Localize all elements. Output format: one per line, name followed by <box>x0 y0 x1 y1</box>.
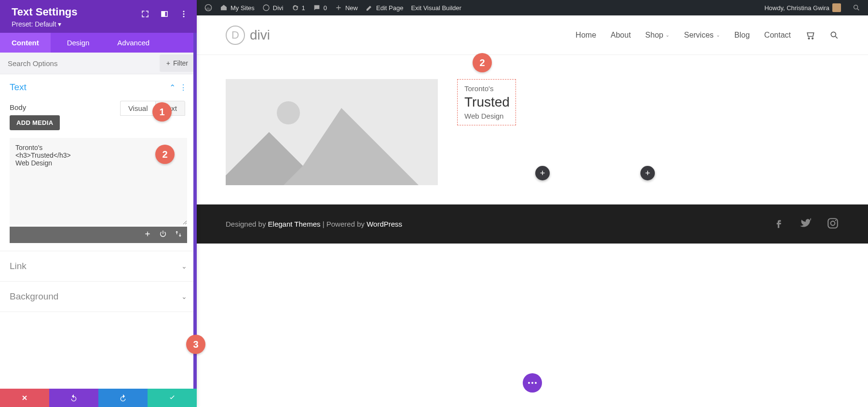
chevron-down-icon: ⌄ <box>716 32 720 38</box>
chevron-up-icon: ⌃ <box>169 83 176 92</box>
footer-credits: Designed by Elegant Themes | Powered by … <box>226 220 402 228</box>
avatar <box>832 3 841 12</box>
svg-point-6 <box>808 38 810 39</box>
annotation-badge-2-preview: 2 <box>473 53 492 72</box>
expand-icon[interactable] <box>141 10 149 18</box>
new-content[interactable]: New <box>331 4 362 12</box>
add-module-button[interactable]: + <box>535 166 550 180</box>
text-line-3: Web Design <box>464 112 509 120</box>
search-input[interactable] <box>0 54 158 73</box>
svg-point-8 <box>831 32 836 37</box>
save-button[interactable] <box>148 389 197 407</box>
add-media-button[interactable]: ADD MEDIA <box>10 115 60 130</box>
nav-blog[interactable]: Blog <box>734 31 750 40</box>
search-row: + Filter <box>0 53 197 74</box>
page-content: 2 Toronto's Trusted Web Design + + <box>197 55 868 204</box>
power-icon[interactable] <box>159 230 167 240</box>
preset-dropdown[interactable]: Preset: Default ▾ <box>12 20 185 28</box>
chevron-down-icon: ⌄ <box>181 293 187 300</box>
dots-icon <box>528 382 537 384</box>
svg-point-2 <box>183 16 185 17</box>
kebab-icon[interactable]: ⋮ <box>179 83 187 92</box>
primary-nav: Home About Shop⌄ Services⌄ Blog Contact <box>576 30 839 40</box>
edit-page[interactable]: Edit Page <box>362 4 407 12</box>
site-header: D divi Home About Shop⌄ Services⌄ Blog C… <box>197 15 868 55</box>
logo-icon: D <box>226 26 245 45</box>
section-link-header[interactable]: Link ⌄ <box>0 251 197 281</box>
builder-fab[interactable] <box>523 373 542 393</box>
svg-point-4 <box>263 5 269 11</box>
dock-icon[interactable] <box>160 10 169 18</box>
nav-services[interactable]: Services⌄ <box>684 31 719 40</box>
tab-advanced[interactable]: Advanced <box>106 33 161 53</box>
nav-shop[interactable]: Shop⌄ <box>645 31 669 40</box>
image-placeholder[interactable] <box>226 79 438 185</box>
svg-point-10 <box>277 101 300 124</box>
comments[interactable]: 0 <box>309 4 331 12</box>
my-sites[interactable]: My Sites <box>216 4 258 12</box>
kebab-icon[interactable] <box>179 10 188 18</box>
plus-icon: + <box>166 59 170 67</box>
nav-home[interactable]: Home <box>576 31 597 40</box>
redo-button[interactable] <box>98 389 148 407</box>
svg-point-5 <box>854 5 858 9</box>
site-footer: Designed by Elegant Themes | Powered by … <box>197 204 868 244</box>
cart-icon[interactable] <box>805 30 815 40</box>
svg-point-12 <box>831 221 835 226</box>
instagram-icon[interactable] <box>827 217 839 231</box>
adminbar-search-icon[interactable] <box>849 4 864 12</box>
plus-icon[interactable] <box>144 230 151 240</box>
svg-point-13 <box>835 220 837 221</box>
annotation-badge-3: 3 <box>186 335 205 354</box>
annotation-badge-2: 2 <box>155 145 175 164</box>
section-link: Link ⌄ <box>0 251 197 282</box>
nav-contact[interactable]: Contact <box>764 31 791 40</box>
nav-about[interactable]: About <box>610 31 631 40</box>
svg-point-3 <box>205 4 211 11</box>
annotation-badge-1: 1 <box>152 102 172 122</box>
chevron-down-icon: ⌄ <box>181 262 187 270</box>
twitter-icon[interactable] <box>800 217 812 231</box>
settings-panel: Text Settings Preset: Default ▾ Content … <box>0 0 197 407</box>
panel-tabs: Content Design Advanced <box>0 33 197 53</box>
site-logo[interactable]: D divi <box>226 26 270 45</box>
wp-adminbar: My Sites Divi 1 0 New Edit Page Exit Vis… <box>197 0 868 15</box>
svg-point-7 <box>812 38 814 39</box>
section-text-header[interactable]: Text ⌃ ⋮ <box>0 74 197 100</box>
elegant-themes-link[interactable]: Elegant Themes <box>268 220 321 228</box>
howdy-user[interactable]: Howdy, Christina Gwira <box>760 3 845 12</box>
exit-visual-builder[interactable]: Exit Visual Builder <box>407 4 465 12</box>
discard-button[interactable] <box>0 389 49 407</box>
tab-content[interactable]: Content <box>0 33 51 53</box>
wp-logo[interactable] <box>201 4 216 12</box>
search-icon[interactable] <box>829 30 839 40</box>
swap-icon[interactable] <box>175 230 182 240</box>
social-links <box>773 217 839 231</box>
section-background-header[interactable]: Background ⌄ <box>0 282 197 312</box>
svg-point-0 <box>183 11 185 12</box>
panel-footer <box>0 389 197 407</box>
text-line-2: Trusted <box>464 95 509 110</box>
add-module-button[interactable]: + <box>640 166 655 180</box>
text-module[interactable]: Toronto's Trusted Web Design <box>457 79 516 125</box>
site-name[interactable]: Divi <box>258 4 287 12</box>
editor-tab-visual[interactable]: Visual <box>120 101 156 116</box>
svg-point-1 <box>183 14 185 15</box>
updates[interactable]: 1 <box>287 4 309 12</box>
chevron-down-icon: ⌄ <box>665 32 669 38</box>
editor-footer <box>10 227 187 243</box>
wordpress-link[interactable]: WordPress <box>366 220 402 228</box>
panel-header: Text Settings Preset: Default ▾ <box>0 0 197 33</box>
section-background: Background ⌄ <box>0 282 197 312</box>
text-line-1: Toronto's <box>464 84 509 93</box>
tab-design[interactable]: Design <box>55 33 101 53</box>
undo-button[interactable] <box>49 389 98 407</box>
filter-button[interactable]: + Filter <box>160 54 195 72</box>
facebook-icon[interactable] <box>773 217 785 231</box>
preview-area: My Sites Divi 1 0 New Edit Page Exit Vis… <box>197 0 868 244</box>
